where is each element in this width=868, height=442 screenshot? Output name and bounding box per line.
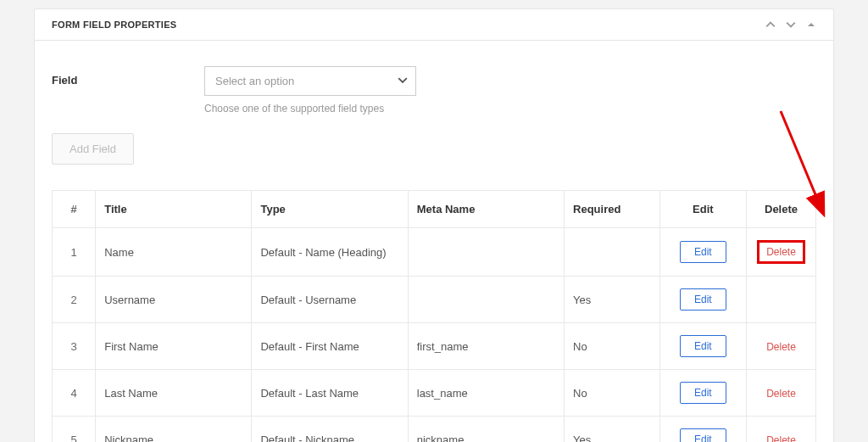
delete-link[interactable]: Delete xyxy=(766,434,796,443)
table-row: 1NameDefault - Name (Heading)EditDelete xyxy=(53,228,816,277)
row-required: Yes xyxy=(565,277,660,323)
col-header-title: Title xyxy=(96,191,252,228)
row-num: 1 xyxy=(53,228,96,277)
row-meta xyxy=(408,228,564,277)
row-title: Name xyxy=(96,228,252,277)
col-header-edit: Edit xyxy=(659,191,746,228)
caret-up-icon[interactable] xyxy=(806,20,816,30)
panel-controls xyxy=(765,20,816,30)
row-num: 3 xyxy=(53,323,96,370)
row-delete-cell xyxy=(747,277,816,323)
row-delete-cell: Delete xyxy=(747,228,816,277)
table-row: 4Last NameDefault - Last Namelast_nameNo… xyxy=(53,370,816,417)
field-type-select[interactable]: Select an option xyxy=(204,66,416,96)
row-edit-cell: Edit xyxy=(659,417,746,443)
table-row: 3First NameDefault - First Namefirst_nam… xyxy=(53,323,816,370)
row-required: No xyxy=(565,370,660,417)
row-delete-cell: Delete xyxy=(747,370,816,417)
col-header-meta: Meta Name xyxy=(408,191,564,228)
row-edit-cell: Edit xyxy=(659,323,746,370)
row-title: Last Name xyxy=(96,370,252,417)
panel-header: FORM FIELD PROPERTIES xyxy=(35,9,833,41)
row-type: Default - Last Name xyxy=(252,370,408,417)
form-field-properties-panel: FORM FIELD PROPERTIES Field Select an op… xyxy=(34,8,834,442)
add-field-button[interactable]: Add Field xyxy=(52,133,134,165)
row-type: Default - Username xyxy=(252,277,408,323)
row-meta xyxy=(408,277,564,323)
row-meta: nickname xyxy=(408,417,564,443)
fields-table: # Title Type Meta Name Required Edit Del… xyxy=(52,190,816,442)
table-row: 2UsernameDefault - UsernameYesEdit xyxy=(53,277,816,323)
row-edit-cell: Edit xyxy=(659,370,746,417)
row-delete-cell: Delete xyxy=(747,323,816,370)
row-required: Yes xyxy=(565,417,660,443)
field-select-wrapper: Select an option xyxy=(204,66,416,96)
row-type: Default - Nickname xyxy=(252,417,408,443)
col-header-required: Required xyxy=(565,191,660,228)
row-delete-cell: Delete xyxy=(747,417,816,443)
field-label: Field xyxy=(52,66,204,87)
table-row: 5NicknameDefault - NicknamenicknameYesEd… xyxy=(53,417,816,443)
edit-button[interactable]: Edit xyxy=(680,382,726,404)
row-meta: last_name xyxy=(408,370,564,417)
row-required xyxy=(565,228,660,277)
row-edit-cell: Edit xyxy=(659,277,746,323)
row-type: Default - First Name xyxy=(252,323,408,370)
chevron-down-icon[interactable] xyxy=(786,20,796,30)
edit-button[interactable]: Edit xyxy=(680,428,726,442)
row-title: First Name xyxy=(96,323,252,370)
row-title: Username xyxy=(96,277,252,323)
field-help-text: Choose one of the supported field types xyxy=(204,103,816,115)
row-required: No xyxy=(565,323,660,370)
edit-button[interactable]: Edit xyxy=(680,335,726,357)
col-header-num: # xyxy=(53,191,96,228)
field-control: Select an option Choose one of the suppo… xyxy=(204,66,816,115)
row-num: 4 xyxy=(53,370,96,417)
col-header-type: Type xyxy=(252,191,408,228)
delete-link[interactable]: Delete xyxy=(766,341,796,353)
row-num: 5 xyxy=(53,417,96,443)
delete-link[interactable]: Delete xyxy=(757,240,805,264)
edit-button[interactable]: Edit xyxy=(680,288,726,311)
panel-title: FORM FIELD PROPERTIES xyxy=(52,20,176,30)
panel-body: Field Select an option Choose one of the… xyxy=(35,41,833,442)
row-title: Nickname xyxy=(96,417,252,443)
row-type: Default - Name (Heading) xyxy=(252,228,408,277)
edit-button[interactable]: Edit xyxy=(680,241,726,263)
col-header-delete: Delete xyxy=(747,191,816,228)
chevron-up-icon[interactable] xyxy=(765,20,776,30)
table-header-row: # Title Type Meta Name Required Edit Del… xyxy=(53,191,816,228)
row-edit-cell: Edit xyxy=(659,228,746,277)
delete-link[interactable]: Delete xyxy=(766,388,796,400)
row-meta: first_name xyxy=(408,323,564,370)
row-num: 2 xyxy=(53,277,96,323)
field-selector-row: Field Select an option Choose one of the… xyxy=(52,66,816,115)
